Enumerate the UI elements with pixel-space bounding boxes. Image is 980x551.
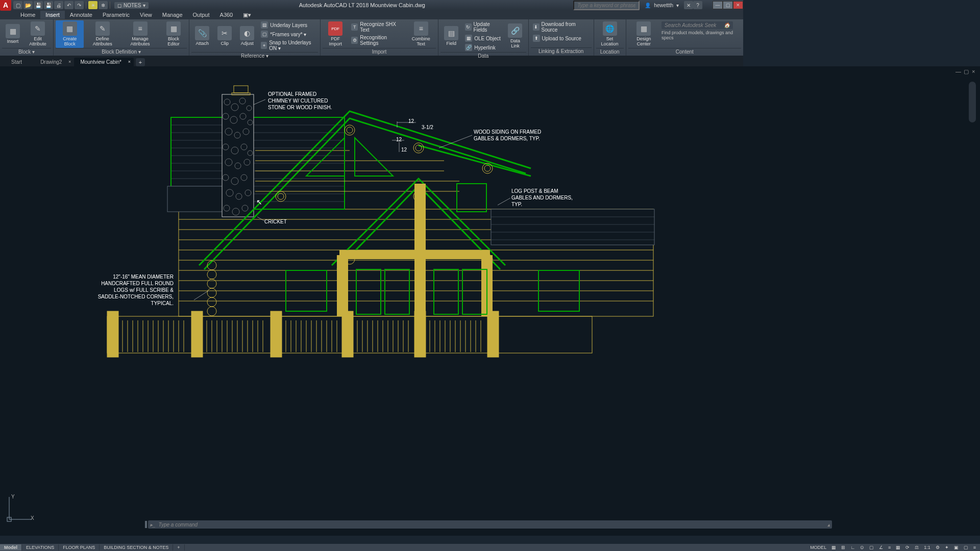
panel-title-content: Content [628,48,741,55]
tab-manage[interactable]: Manage [157,11,188,19]
data-link-button[interactable]: 🔗Data Link [504,20,526,52]
help-icon[interactable]: ? [693,1,702,9]
design-center-button[interactable]: ▦Design Center [628,20,659,48]
attach-icon: 📎 [195,26,209,40]
panel-title-block[interactable]: Block ▾ [2,48,51,55]
define-attributes-button[interactable]: ✎Define Attributes [85,20,120,48]
tab-a360[interactable]: A360 [215,11,238,19]
svg-rect-6 [487,311,499,357]
edit-attr-icon: ✎ [31,21,45,36]
cursor-pointer-icon: ↖ [256,198,262,206]
redo-icon[interactable]: ↷ [75,1,84,9]
adjust-button[interactable]: ◐Adjust [236,20,258,52]
open-icon[interactable]: 📂 [23,1,33,9]
drawing-canvas[interactable]: — ▢ × [0,66,743,416]
quick-access-toolbar: ▢ 📂 💾 💾 🖨 ↶ ↷ ☀ ❄ ◻ NOTES ▾ [13,1,151,9]
svg-point-156 [207,297,216,307]
tab-annotate[interactable]: Annotate [65,11,97,19]
insert-button[interactable]: ▦Insert [2,20,23,48]
ribbon-tabs: Home Insert Annotate Parametric View Man… [0,10,743,19]
tab-featured[interactable]: ▣▾ [238,11,256,19]
panel-title-reference[interactable]: Reference ▾ [191,52,318,59]
download-source-button[interactable]: ⬇Download from Source [531,20,592,34]
close-icon[interactable]: × [68,59,71,64]
svg-point-157 [207,307,216,316]
hyperlink-button[interactable]: 🔗Hyperlink [463,43,503,52]
combine-text-icon: ≡ [414,21,428,36]
svg-rect-3 [271,311,282,357]
layer-state-icon[interactable]: ☀ [88,1,97,9]
maximize-button[interactable]: ▢ [723,1,733,9]
edit-attribute-button[interactable]: ✎Edit Attribute [24,20,51,48]
close-button[interactable]: ✕ [733,1,743,9]
manage-attributes-button[interactable]: ≡Manage Attributes [121,20,159,48]
layer-freeze-icon[interactable]: ❄ [99,1,108,9]
update-fields-button[interactable]: ↻Update Fields [463,20,503,34]
exchange-icon[interactable]: ✕ [684,1,693,9]
tab-view[interactable]: View [135,11,157,19]
plot-icon[interactable]: 🖨 [54,1,63,9]
dimension-12c: 12 [401,147,407,153]
svg-rect-139 [457,184,486,212]
panel-title-location: Location [596,48,624,55]
search-input[interactable] [573,1,640,10]
doc-tab-drawing2[interactable]: Drawing2× [34,58,74,66]
pdf-import-button[interactable]: PDFPDF Import [323,20,349,48]
svg-rect-132 [339,250,490,259]
underlay-layers-button[interactable]: ▤Underlay Layers [259,20,318,30]
layer-dropdown[interactable]: ◻ NOTES ▾ [114,2,149,9]
home-icon[interactable]: 🏠 [724,22,730,28]
globe-icon: 🌐 [603,21,617,36]
annotation-chimney: OPTIONAL FRAMED CHIMNEY W/ CULTURED STON… [268,91,332,111]
tab-parametric[interactable]: Parametric [97,11,135,19]
tab-home[interactable]: Home [15,11,40,19]
save-icon[interactable]: 💾 [34,1,43,9]
tab-output[interactable]: Output [188,11,215,19]
field-button[interactable]: ▤Field [440,20,462,52]
app-logo[interactable]: A [0,0,11,11]
svg-point-142 [413,143,424,153]
doc-tab-mountview[interactable]: Mountview Cabin*× [74,58,134,66]
svg-rect-94 [222,94,254,217]
clip-button[interactable]: ✂Clip [214,20,235,52]
ole-object-button[interactable]: ▦OLE Object [463,34,503,43]
manage-icon: ≡ [133,21,148,36]
block-editor-button[interactable]: ▦Block Editor [160,20,187,48]
panel-title-blockdef[interactable]: Block Definition ▾ [56,48,187,55]
svg-point-147 [484,165,491,171]
upload-source-button[interactable]: ⬆Upload to Source [531,34,592,43]
user-menu[interactable]: 👤 hewettth ▾ [645,3,679,8]
svg-rect-5 [414,311,426,357]
dimension-12a: 12 [408,118,414,124]
create-block-button[interactable]: ▦Create Block [56,20,84,48]
seek-search-input[interactable]: Search Autodesk Seek🏠 [662,21,733,29]
clip-icon: ✂ [217,26,232,40]
annotation-cricket: CRICKET [264,218,287,225]
doc-tab-start[interactable]: Start [5,58,34,66]
attach-button[interactable]: 📎Attach [191,20,213,52]
design-center-icon: ▦ [636,21,651,36]
svg-rect-134 [356,269,381,314]
adjust-icon: ◐ [240,26,254,40]
chevron-down-icon: ▾ [143,3,145,8]
frames-button[interactable]: ▢*Frames vary* ▾ [259,30,318,39]
svg-rect-122 [234,86,248,93]
panel-title-import: Import [323,48,436,55]
window-title: Autodesk AutoCAD LT 2018 Mountview Cabin… [151,2,573,8]
new-icon[interactable]: ▢ [13,1,22,9]
saveas-icon[interactable]: 💾 [44,1,53,9]
signin-icon: 👤 [645,3,651,8]
svg-rect-4 [342,311,353,357]
snap-underlays-button[interactable]: ⌖Snap to Underlays ON ▾ [259,39,318,52]
tab-insert[interactable]: Insert [40,11,65,19]
minimize-button[interactable]: — [713,1,723,9]
set-location-button[interactable]: 🌐Set Location [596,20,624,48]
close-icon[interactable]: × [128,59,131,64]
recognize-shx-button[interactable]: TRecognize SHX Text [349,20,405,34]
annotation-siding: WOOD SIDING ON FRAMED GABLES & DORMERS, … [474,129,541,142]
square-icon: ◻ [117,3,121,8]
undo-icon[interactable]: ↶ [64,1,74,9]
recognition-settings-button[interactable]: ⚙Recognition Settings [349,34,405,47]
add-tab-button[interactable]: + [136,58,145,66]
combine-text-button[interactable]: ≡Combine Text [406,20,436,48]
